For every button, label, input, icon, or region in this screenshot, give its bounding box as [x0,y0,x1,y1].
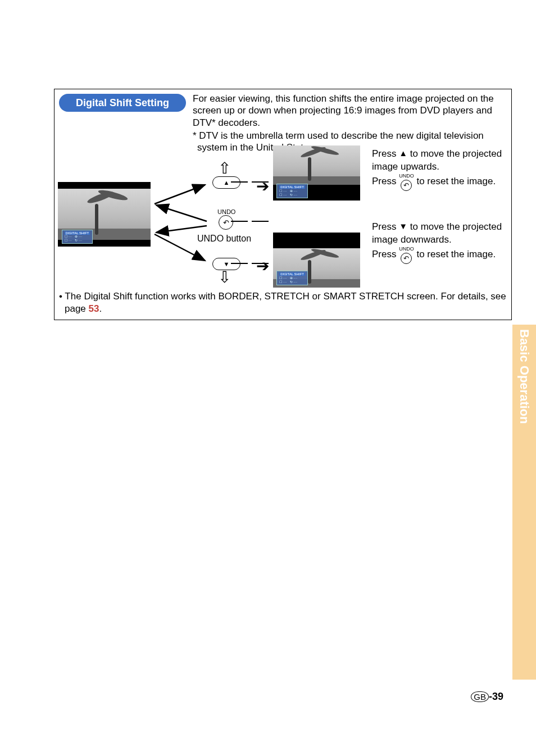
txt: Press [372,249,399,259]
content-box: Digital Shift Setting For easier viewing… [54,89,512,320]
projector-screen-center: DIGITAL SHIFT☐ ···· ⊕ ····☐ ···· ↻ ···· [58,182,151,247]
page-ref[interactable]: 53 [89,303,99,314]
arrow-down-icon: ⇩ [218,268,231,286]
undo-caption: UNDO button [197,234,251,244]
manual-page: Basic Operation GB-39 Digital Shift Sett… [0,0,536,756]
arrow-right-icon: ➔ [256,177,269,195]
undo-icon: UNDO↶ [399,247,414,265]
region-badge: GB [471,691,489,702]
arrow-right-icon: ➔ [256,257,269,275]
undo-icon: UNDO↶ [399,174,414,192]
undo-small-label: UNDO [217,208,235,215]
txt: Press [372,176,399,186]
page-footer: GB-39 [471,691,503,703]
svg-line-2 [156,226,207,233]
txt: Press [372,148,399,159]
diagram: DIGITAL SHIFT☐ ···· ⊕ ····☐ ···· ↻ ···· … [58,145,370,292]
svg-line-1 [156,205,207,221]
osd-overlay: DIGITAL SHIFT☐ ···· ⊕ ····☐ ···· ↻ ···· [276,271,308,285]
note-text: The Digital Shift function works with BO… [62,291,506,314]
intro-main: For easier viewing, this function shifts… [193,93,494,128]
section-title-text: Digital Shift Setting [76,97,169,109]
remote-undo-button[interactable]: ↶ [219,215,233,230]
osd-title: DIGITAL SHIFT [279,272,305,276]
note-text-end: . [99,303,102,314]
section-tab-label: Basic Operation [517,329,532,424]
projector-screen-shifted-down: DIGITAL SHIFT☐ ···· ⊕ ····☐ ···· ↻ ···· [273,233,360,288]
section-tab: Basic Operation [512,325,536,680]
instruction-up: Press ▲ to move the projected image upwa… [372,148,507,192]
osd-title: DIGITAL SHIFT [65,231,90,235]
triangle-up-icon: ▲ [399,148,407,158]
footnote: • The Digital Shift function works with … [59,290,508,315]
txt: Press [372,221,399,232]
arrow-up-icon: ⇧ [218,159,231,177]
page-number: -39 [489,691,503,702]
instruction-down: Press ▼ to move the projected image down… [372,221,507,265]
osd-overlay: DIGITAL SHIFT☐ ···· ⊕ ····☐ ···· ↻ ···· [276,184,308,198]
undo-mini-label: UNDO [399,174,414,179]
osd-overlay: DIGITAL SHIFT☐ ···· ⊕ ····☐ ···· ↻ ···· [62,230,93,244]
projector-screen-shifted-up: DIGITAL SHIFT☐ ···· ⊕ ····☐ ···· ↻ ···· [273,145,360,201]
svg-line-3 [155,185,205,204]
undo-mini-label: UNDO [399,247,414,252]
triangle-down-icon: ▼ [399,221,407,231]
intro-text: For easier viewing, this function shifts… [193,93,507,153]
osd-title: DIGITAL SHIFT [279,185,305,189]
txt: to reset the image. [414,249,496,259]
txt: to reset the image. [414,176,496,186]
remote-up-button[interactable]: ▲ [212,176,240,189]
section-title-pill: Digital Shift Setting [59,94,186,112]
